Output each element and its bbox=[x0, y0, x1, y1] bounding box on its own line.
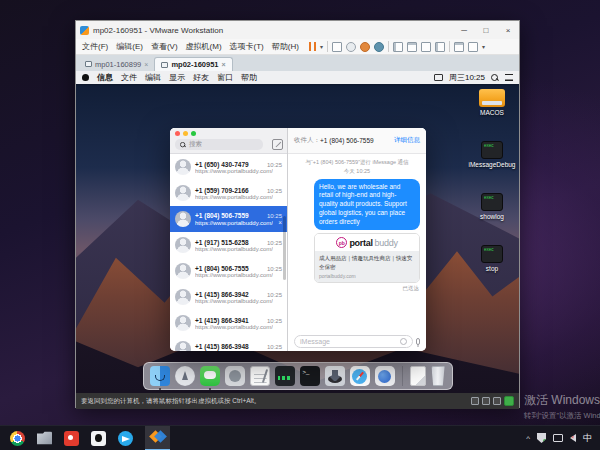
zoom-traffic-icon[interactable] bbox=[191, 131, 196, 136]
microphone-icon[interactable] bbox=[416, 338, 420, 345]
conversation-row[interactable]: +1 (650) 430-747910:25https://www.portal… bbox=[170, 154, 287, 180]
compose-button[interactable] bbox=[272, 139, 283, 150]
layout-caret-icon[interactable]: ▾ bbox=[482, 43, 485, 50]
menu-vm[interactable]: 虚拟机(M) bbox=[182, 41, 226, 52]
search-input[interactable]: 搜索 bbox=[175, 139, 263, 150]
menu-help[interactable]: 帮助(H) bbox=[268, 41, 303, 52]
console-view-icon[interactable] bbox=[407, 42, 417, 52]
fullscreen-icon[interactable] bbox=[421, 42, 431, 52]
input-source-icon[interactable] bbox=[434, 74, 443, 81]
menu-view[interactable]: 查看(V) bbox=[147, 41, 182, 52]
macos-menu-edit[interactable]: 编辑 bbox=[145, 72, 161, 83]
contact-avatar bbox=[175, 289, 191, 305]
finder-icon[interactable] bbox=[150, 366, 170, 386]
vm-tab-mp01[interactable]: mp01-160899 × bbox=[79, 57, 154, 71]
emoji-icon[interactable] bbox=[400, 338, 407, 345]
apple-app-taskbar-icon[interactable] bbox=[91, 431, 106, 446]
vm-tab-mp02[interactable]: mp02-160951 × bbox=[154, 57, 232, 71]
apple-menu-icon[interactable] bbox=[82, 74, 89, 81]
conversation-row[interactable]: +1 (415) 866-394210:25https://www.portal… bbox=[170, 284, 287, 310]
thumbnail-bar-icon[interactable] bbox=[454, 42, 464, 52]
menu-edit[interactable]: 编辑(E) bbox=[112, 41, 147, 52]
contact-number: +1 (415) 866-3941 bbox=[195, 317, 249, 324]
sidebar-scrollbar[interactable] bbox=[283, 216, 286, 280]
vm-tab-icon bbox=[85, 61, 92, 67]
trash-icon[interactable] bbox=[431, 366, 446, 386]
vmware-taskbar-button-active[interactable] bbox=[145, 426, 170, 450]
conversation-row[interactable]: +1 (804) 506-755510:25https://www.portal… bbox=[170, 258, 287, 284]
tab-close-icon[interactable]: × bbox=[144, 61, 148, 68]
vmware-titlebar[interactable]: mp02-160951 - VMware Workstation ─ □ × bbox=[76, 21, 519, 39]
unity-view-icon[interactable] bbox=[435, 42, 445, 52]
activate-windows-watermark: 激活 Windows 转到“设置”以激活 Windows。 bbox=[524, 392, 600, 421]
system-tray: ^ 中 bbox=[526, 432, 600, 445]
desktop-icon-label: showlog bbox=[480, 213, 504, 220]
conversation-row[interactable]: +1 (559) 709-216610:25https://www.portal… bbox=[170, 180, 287, 206]
suspend-button-icon[interactable] bbox=[309, 42, 316, 51]
telegram-taskbar-icon[interactable] bbox=[118, 431, 133, 446]
conversation-row-selected[interactable]: +1 (804) 506-755910:25https://www.portal… bbox=[170, 206, 287, 232]
network-adapter-icon[interactable] bbox=[493, 397, 501, 405]
app-store-icon[interactable] bbox=[225, 366, 245, 386]
messages-app-icon[interactable] bbox=[200, 366, 220, 386]
macos-menu-buddies[interactable]: 好友 bbox=[193, 72, 209, 83]
tray-chevron-icon[interactable]: ^ bbox=[526, 434, 530, 443]
minimize-button[interactable]: ─ bbox=[453, 21, 475, 39]
conversation-close-icon[interactable]: × bbox=[278, 219, 282, 226]
macos-menu-messages[interactable]: 信息 bbox=[97, 72, 113, 83]
conversation-row[interactable]: +1 (917) 515-625810:25https://www.portal… bbox=[170, 232, 287, 258]
message-input[interactable]: iMessage bbox=[294, 335, 413, 348]
spotlight-search-icon[interactable] bbox=[491, 74, 499, 82]
macos-menu-help[interactable]: 帮助 bbox=[241, 72, 257, 83]
desktop-icon-stop[interactable]: exec stop bbox=[481, 245, 503, 272]
textedit-icon[interactable] bbox=[250, 366, 270, 386]
security-tray-icon[interactable] bbox=[537, 433, 546, 443]
terminal-icon[interactable] bbox=[300, 366, 320, 386]
take-snapshot-icon[interactable] bbox=[360, 42, 370, 52]
notification-center-icon[interactable] bbox=[505, 74, 513, 81]
vmware-tools-notification-icon[interactable] bbox=[504, 396, 514, 406]
hard-disk-icon[interactable] bbox=[471, 397, 479, 405]
minimize-traffic-icon[interactable] bbox=[183, 131, 188, 136]
file-explorer-taskbar-icon[interactable] bbox=[37, 431, 52, 446]
menu-tabs[interactable]: 选项卡(T) bbox=[226, 41, 268, 52]
document-icon[interactable] bbox=[410, 366, 426, 386]
desktop-icon-macos-drive[interactable]: MACOS bbox=[479, 89, 505, 116]
conversation-row[interactable]: +1 (415) 866-394810:25https://www.portal… bbox=[170, 336, 287, 351]
power-dropdown-caret-icon[interactable]: ▾ bbox=[320, 43, 323, 50]
macos-menu-view[interactable]: 显示 bbox=[169, 72, 185, 83]
contact-number: +1 (415) 866-3942 bbox=[195, 291, 249, 298]
chrome-taskbar-icon[interactable] bbox=[10, 431, 25, 446]
red-app-taskbar-icon[interactable] bbox=[64, 431, 79, 446]
macos-menu-window[interactable]: 窗口 bbox=[217, 72, 233, 83]
volume-muted-tray-icon[interactable] bbox=[570, 434, 576, 442]
safari-icon[interactable] bbox=[350, 366, 370, 386]
conversation-sidebar: 搜索 +1 (650) 430-747910:25https://www.por… bbox=[170, 128, 288, 351]
layout-dropdown-icon[interactable] bbox=[468, 42, 478, 52]
input-language-indicator[interactable]: 中 bbox=[583, 432, 592, 445]
cd-rom-icon[interactable] bbox=[482, 397, 490, 405]
snapshot-revert-icon[interactable] bbox=[346, 42, 356, 52]
link-preview-card[interactable]: pb portalbuddy 成人用品店｜情趣玩具性商店｜快速安全保密 port… bbox=[314, 233, 420, 283]
macos-menu-file[interactable]: 文件 bbox=[121, 72, 137, 83]
close-button[interactable]: × bbox=[497, 21, 519, 39]
snapshot-manager-icon[interactable] bbox=[374, 42, 384, 52]
details-link[interactable]: 详细信息 bbox=[394, 136, 420, 145]
tab-close-icon[interactable]: × bbox=[222, 61, 226, 68]
conversation-row[interactable]: +1 (415) 866-394110:25https://www.portal… bbox=[170, 310, 287, 336]
system-preferences-icon[interactable] bbox=[375, 366, 395, 386]
launchpad-icon[interactable] bbox=[175, 366, 195, 386]
macos-dock bbox=[143, 362, 453, 390]
desktop-icon-imessagedebug[interactable]: exec iMessageDebug bbox=[469, 141, 516, 168]
maximize-button[interactable]: □ bbox=[475, 21, 497, 39]
desktop-icon-label: MACOS bbox=[480, 109, 504, 116]
desktop-icon-showlog[interactable]: exec showlog bbox=[480, 193, 504, 220]
send-ctrl-alt-del-icon[interactable] bbox=[332, 42, 342, 52]
console-app-icon[interactable] bbox=[275, 366, 295, 386]
close-traffic-icon[interactable] bbox=[175, 131, 180, 136]
show-library-icon[interactable] bbox=[393, 42, 403, 52]
installer-icon[interactable] bbox=[325, 366, 345, 386]
display-tray-icon[interactable] bbox=[553, 434, 563, 442]
menu-file[interactable]: 文件(F) bbox=[78, 41, 112, 52]
menubar-clock[interactable]: 周三10:25 bbox=[449, 72, 485, 83]
